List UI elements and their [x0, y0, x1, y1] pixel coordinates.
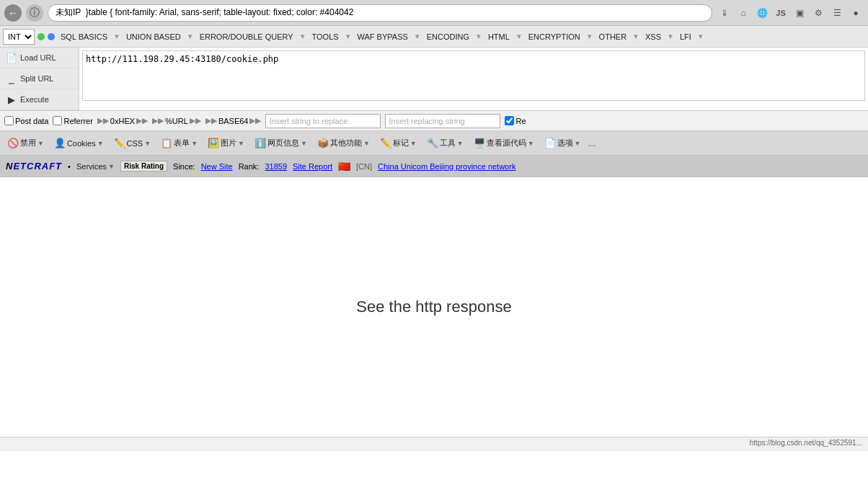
pageinfo-icon: ℹ️: [254, 138, 266, 148]
forms-arrow: ▼: [191, 140, 198, 147]
rank-number-link[interactable]: 31859: [265, 162, 287, 171]
globe-icon[interactable]: 🌐: [754, 5, 770, 21]
options-arrow: ▼: [575, 140, 581, 147]
mark-icon: ✏️: [380, 138, 391, 148]
viewsource-arrow: ▼: [528, 140, 534, 147]
forms-icon: 📋: [161, 138, 172, 148]
home-icon[interactable]: ⌂: [735, 5, 751, 21]
hackbar-menu-row: INT SQL BASICS ▼ UNION BASED ▼ ERROR/DOU…: [0, 26, 868, 48]
css-arrow: ▼: [144, 140, 151, 147]
css-icon: ✏️: [114, 138, 125, 148]
execute-icon: ▶: [6, 94, 17, 105]
options-row: Post data Referrer ▶▶ 0xHEX ▶▶ ▶▶ %URL ▶…: [0, 111, 868, 131]
url-arrows: ▶▶ %URL ▶▶: [152, 116, 201, 125]
netcraft-bar: NETCRAFT • Services ▼ Risk Rating Since:…: [0, 156, 868, 177]
green-dot: [37, 33, 45, 40]
cookies-icon: 👤: [54, 138, 66, 148]
site-report-link[interactable]: Site Report: [293, 162, 332, 171]
menu-waf-bypass[interactable]: WAF BYPASS: [355, 31, 411, 43]
referrer-checkbox[interactable]: [53, 116, 62, 125]
addon-tools[interactable]: 🔧 工具 ▼: [424, 136, 466, 150]
re-checkbox[interactable]: [505, 116, 514, 125]
isp-link[interactable]: China Unicom Beijing province network: [378, 162, 515, 171]
options-icon[interactable]: ●: [848, 5, 864, 21]
services-button[interactable]: Services ▼: [76, 162, 115, 171]
addon-options[interactable]: 📄 选项 ▼: [541, 136, 584, 150]
re-checkbox-label[interactable]: Re: [505, 116, 526, 125]
china-flag: 🇨🇳: [338, 161, 350, 172]
other-arrow: ▼: [363, 140, 370, 147]
addon-mark[interactable]: ✏️ 标记 ▼: [377, 136, 420, 150]
post-data-checkbox[interactable]: [4, 116, 14, 125]
download-icon[interactable]: ⇓: [717, 5, 732, 21]
menu-sql-basics[interactable]: SQL BASICS: [58, 31, 110, 43]
address-bar[interactable]: [48, 4, 712, 22]
menu-lfi[interactable]: LFI: [677, 31, 694, 43]
rank-label: Rank:: [239, 162, 260, 171]
settings-icon[interactable]: ⚙: [810, 5, 826, 21]
pageinfo-arrow: ▼: [301, 140, 307, 147]
browser-icons: ⇓ ⌂ 🌐 JS ▣ ⚙ ☰ ●: [717, 5, 864, 21]
language-select[interactable]: INT: [3, 29, 35, 45]
cookies-arrow: ▼: [97, 140, 104, 147]
split-url-icon: ⎯: [6, 73, 17, 84]
info-button[interactable]: ⓘ: [26, 4, 43, 22]
footer: https://blog.csdn.net/qq_4352591...: [0, 437, 868, 451]
since-label: Since:: [173, 162, 195, 171]
execute-button[interactable]: ▶ Execute: [0, 89, 79, 110]
addon-css[interactable]: ✏️ CSS ▼: [111, 136, 154, 150]
addon-viewsource[interactable]: 🖥️ 查看源代码 ▼: [471, 136, 537, 150]
menu-other[interactable]: OTHER: [596, 31, 630, 43]
menu-icon[interactable]: ☰: [829, 5, 845, 21]
addon-other[interactable]: 📦 其他功能 ▼: [314, 136, 373, 150]
tools-icon: 🔧: [427, 138, 438, 148]
addon-forms[interactable]: 📋 表单 ▼: [158, 136, 200, 150]
services-arrow: ▼: [108, 163, 115, 170]
main-content: See the http response: [0, 177, 868, 437]
post-data-checkbox-label[interactable]: Post data: [4, 116, 48, 125]
menu-xss[interactable]: XSS: [642, 31, 664, 43]
js-icon[interactable]: JS: [773, 5, 789, 21]
viewsource-icon: 🖥️: [474, 138, 485, 148]
insert-string-input[interactable]: [265, 114, 381, 128]
url-textarea-wrap: http://111.198.29.45:43180/cookie.php: [79, 48, 868, 110]
tools-arrow: ▼: [457, 140, 464, 147]
addon-images[interactable]: 🖼️ 图片 ▼: [205, 136, 247, 150]
addon-cookies[interactable]: 👤 Cookies ▼: [51, 136, 107, 150]
risk-rating-badge: Risk Rating: [120, 161, 167, 172]
images-arrow: ▼: [238, 140, 244, 147]
addon-disable[interactable]: 🚫 禁用 ▼: [4, 136, 47, 150]
menu-html[interactable]: HTML: [485, 31, 513, 43]
menu-union-based[interactable]: UNION BASED: [123, 31, 184, 43]
base64-arrows: ▶▶ BASE64 ▶▶: [205, 116, 262, 125]
main-content-text: See the http response: [356, 298, 511, 316]
url-section: 📄 Load URL ⎯ Split URL ▶ Execute http://…: [0, 48, 868, 111]
load-url-icon: 📄: [6, 52, 17, 63]
load-url-button[interactable]: 📄 Load URL: [0, 48, 79, 68]
footer-url: https://blog.csdn.net/qq_4352591...: [750, 439, 862, 447]
options-addon-icon: 📄: [544, 138, 556, 148]
insert-replacing-input[interactable]: [385, 114, 500, 128]
three-dots[interactable]: ...: [588, 138, 596, 148]
addon-bar: 🚫 禁用 ▼ 👤 Cookies ▼ ✏️ CSS ▼ 📋 表单 ▼ 🖼️ 图片…: [0, 131, 868, 156]
back-button[interactable]: ←: [4, 4, 22, 22]
url-textarea[interactable]: http://111.198.29.45:43180/cookie.php: [82, 50, 865, 101]
images-icon: 🖼️: [208, 138, 219, 148]
new-site-link[interactable]: New Site: [201, 162, 233, 171]
cn-bracket: [CN]: [356, 162, 372, 171]
menu-error-double[interactable]: ERROR/DOUBLE QUERY: [197, 31, 296, 43]
menu-tools[interactable]: TOOLS: [309, 31, 342, 43]
blue-dot: [48, 33, 55, 40]
menu-encoding[interactable]: ENCODING: [424, 31, 472, 43]
other-icon: 📦: [317, 138, 329, 148]
disable-icon: 🚫: [7, 138, 19, 148]
netcraft-bullet: •: [68, 162, 71, 171]
menu-encryption[interactable]: ENCRYPTION: [526, 31, 583, 43]
referrer-checkbox-label[interactable]: Referrer: [53, 116, 92, 125]
puzzle-icon[interactable]: ▣: [792, 5, 807, 21]
side-buttons: 📄 Load URL ⎯ Split URL ▶ Execute: [0, 48, 79, 110]
split-url-button[interactable]: ⎯ Split URL: [0, 68, 79, 89]
disable-arrow: ▼: [37, 140, 44, 147]
addon-pageinfo[interactable]: ℹ️ 网页信息 ▼: [252, 136, 310, 150]
netcraft-logo: NETCRAFT: [6, 161, 62, 172]
